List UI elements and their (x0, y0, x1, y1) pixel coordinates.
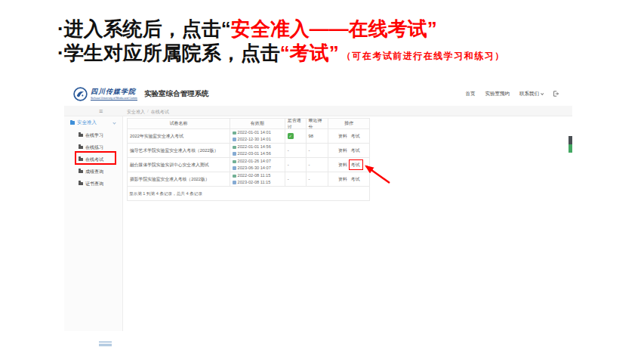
table-row: 摄影学院实验室安全准入考核（2022版） 2022-02-08 11:15 20… (128, 172, 369, 187)
col-score: 最近得分 (307, 119, 329, 128)
logout-icon[interactable] (553, 91, 559, 97)
col-actions: 操作 (328, 119, 369, 128)
breadcrumb-bar: ≡ 安全准入 / 在线考试 (64, 106, 572, 116)
breadcrumb-separator: / (147, 109, 149, 116)
title-line1-highlight: 安全准入——在线考试” (231, 17, 437, 40)
chevron-down-icon (541, 91, 544, 94)
floating-widget-icon[interactable] (99, 342, 112, 346)
folder-icon (70, 121, 75, 125)
side-float-tab[interactable] (569, 136, 572, 153)
start-date-icon (233, 131, 236, 135)
start-date-icon (233, 160, 236, 164)
exam-name: 编导艺术学院实验室安全准入考核（2022版） (128, 144, 230, 157)
exam-link[interactable]: 考试 (351, 147, 360, 154)
chevron-down-icon (112, 121, 116, 124)
float-tab-top (569, 136, 572, 144)
score-cell: - (307, 144, 329, 157)
float-tab-bottom (569, 144, 572, 153)
validity-cell: 2022-01-01 14:56 2022-03-01 14:56 (230, 144, 285, 157)
sidebar-item-score-query[interactable]: 成绩查询 (64, 166, 122, 178)
university-name: 四川传媒学院 (91, 87, 137, 97)
end-date-icon (233, 181, 236, 184)
score-cell: - (307, 172, 329, 186)
slide: ·进入系统后，点击“安全准入——在线考试” ·学生对应所属院系，点击“考试”（可… (0, 0, 644, 362)
app-screenshot: 四川传媒学院 Sichuan University of Media and C… (64, 82, 572, 348)
breadcrumb: 安全准入 / 在线考试 (127, 109, 169, 116)
top-nav: 首页 实验室预约 联系我们 (466, 91, 559, 97)
breadcrumb-current: 在线考试 (151, 109, 169, 116)
university-name-block: 四川传媒学院 Sichuan University of Media and C… (91, 87, 137, 101)
folder-icon (79, 146, 83, 150)
material-link[interactable]: 资料 (338, 176, 347, 183)
material-link[interactable]: 资料 (338, 133, 347, 140)
exam-link[interactable]: 考试 (351, 176, 360, 183)
material-link[interactable]: 资料 (338, 162, 347, 169)
sidebar-item-certificate-query[interactable]: 证书查询 (64, 178, 122, 190)
end-date-icon (233, 166, 236, 170)
col-validity: 有效期 (230, 119, 285, 128)
title-line-1: ·进入系统后，点击“安全准入——在线考试” (57, 17, 505, 41)
col-passed: 是否通过 (285, 119, 307, 128)
exam-link[interactable]: 考试 (351, 133, 360, 140)
table-row: 2022年实验室安全准入考试 2022-01-01 14:01 2022-12-… (128, 129, 369, 144)
breadcrumb-parent[interactable]: 安全准入 (127, 109, 145, 116)
title-line2-text: ·学生对应所属院系，点击 (57, 42, 280, 64)
exam-table: 试卷名称 有效期 是否通过 最近得分 操作 2022年实验室安全准入考试 202… (127, 118, 370, 201)
system-title: 实验室综合管理系统 (144, 89, 209, 99)
validity-cell: 2022-01-26 14:07 2023-06-30 14:07 (230, 158, 285, 172)
university-logo-icon (73, 87, 88, 101)
app-header: 四川传媒学院 Sichuan University of Media and C… (64, 82, 572, 106)
sidebar-item-safety-access[interactable]: 安全准入 (64, 116, 122, 129)
exam-name: 融合媒体学院实验实训中心安全准入测试 (128, 158, 230, 172)
table-footer: 显示第 1 到第 4 条记录，总共 4 条记录 (128, 187, 369, 200)
annotation-arrow (361, 161, 394, 187)
passed-cell: - (285, 172, 307, 186)
passed-badge: ✓ (288, 133, 294, 139)
col-exam-name: 试卷名称 (128, 119, 230, 128)
sidebar-item-online-study[interactable]: 在线学习 (64, 129, 122, 141)
title-line-2: ·学生对应所属院系，点击“考试”（可在考试前进行在线学习和练习） (57, 41, 505, 68)
brand: 四川传媒学院 Sichuan University of Media and C… (73, 87, 209, 101)
end-date-icon (233, 152, 236, 156)
validity-cell: 2022-02-08 11:15 2023-02-08 11:15 (230, 172, 285, 186)
score-cell: 98 (307, 129, 329, 143)
annotation-box-online-exam (75, 151, 116, 165)
folder-icon (79, 134, 83, 138)
slide-title: ·进入系统后，点击“安全准入——在线考试” ·学生对应所属院系，点击“考试”（可… (57, 17, 505, 68)
nav-home[interactable]: 首页 (466, 91, 476, 97)
end-date-icon (233, 138, 236, 141)
start-date-icon (233, 175, 236, 178)
table-row: 编导艺术学院实验室安全准入考核（2022版） 2022-01-01 14:56 … (128, 144, 369, 158)
start-date-icon (233, 146, 236, 150)
title-line1-text: ·进入系统后，点击“ (57, 17, 231, 40)
exam-name: 2022年实验室安全准入考试 (128, 129, 230, 143)
nav-lab-booking[interactable]: 实验室预约 (485, 91, 510, 97)
folder-icon (79, 170, 83, 174)
menu-toggle-icon[interactable]: ≡ (99, 107, 103, 115)
passed-cell: - (285, 158, 307, 172)
sidebar: 安全准入 在线学习 在线练习 在线考试 成绩查询 证书查询 (64, 116, 123, 331)
score-cell: - (307, 158, 329, 172)
material-link[interactable]: 资料 (338, 147, 347, 154)
validity-cell: 2022-01-01 14:01 2022-12-30 14:01 (230, 129, 285, 143)
table-header-row: 试卷名称 有效期 是否通过 最近得分 操作 (128, 119, 369, 129)
passed-cell: - (285, 144, 307, 157)
title-line2-highlight: “考试” (280, 42, 339, 64)
title-line2-note: （可在考试前进行在线学习和练习） (342, 51, 505, 61)
folder-icon (79, 182, 83, 186)
table-row: 融合媒体学院实验实训中心安全准入测试 2022-01-26 14:07 2023… (128, 158, 369, 172)
university-name-en: Sichuan University of Media and Communic… (91, 97, 137, 101)
nav-contact[interactable]: 联系我们 (519, 91, 543, 97)
exam-name: 摄影学院实验室安全准入考核（2022版） (128, 172, 230, 186)
